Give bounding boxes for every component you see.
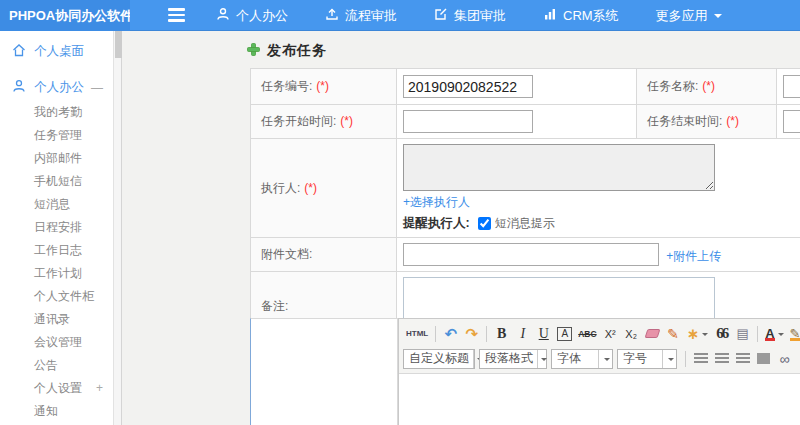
remove-format-eraser-icon[interactable] (645, 324, 660, 343)
sidebar-item-task-management[interactable]: 任务管理 (0, 124, 113, 147)
required-mark: (*) (316, 79, 329, 93)
end-time-label: 任务结束时间:(*) (637, 105, 777, 139)
required-mark: (*) (726, 114, 739, 128)
nav-more-apps[interactable]: 更多应用 (644, 0, 734, 31)
start-time-input[interactable] (403, 110, 533, 133)
sidebar-item-work-plan[interactable]: 工作计划 (0, 262, 113, 285)
home-icon (12, 43, 34, 60)
blockquote-button[interactable]: 66 (714, 324, 729, 343)
sidebar-item-internal-mail[interactable]: 内部邮件 (0, 147, 113, 170)
task-name-label: 任务名称:(*) (637, 69, 777, 105)
remind-executor-label: 提醒执行人: (403, 215, 470, 232)
sidebar-item-contacts[interactable]: 通讯录 (0, 308, 113, 331)
edit-icon (434, 7, 454, 24)
main-content: 发布任务 任务编号:(*) 任务名称:(*) 任务开始时间:(*) 任务结束时间… (122, 31, 800, 425)
sidebar-item-settings[interactable]: 个人设置 + (0, 377, 113, 400)
task-no-input[interactable] (403, 75, 533, 98)
sidebar-item-short-message[interactable]: 短消息 (0, 193, 113, 216)
sidebar-item-sms[interactable]: 手机短信 (0, 170, 113, 193)
undo-icon[interactable]: ↶ (443, 324, 458, 343)
table-row: 任务开始时间:(*) 任务结束时间:(*) (251, 105, 800, 139)
required-mark: (*) (340, 114, 353, 128)
upload-tray-icon (325, 7, 345, 24)
sidebar-scrollbar[interactable] (113, 31, 122, 425)
sidebar-item-work-log[interactable]: 工作日志 (0, 239, 113, 262)
sidebar-item-schedule[interactable]: 日程安排 (0, 216, 113, 239)
sidebar: 个人桌面 个人办公 — 我的考勤 任务管理 内部邮件 手机短信 短消息 日程安排… (0, 31, 113, 425)
bar-chart-icon (543, 7, 563, 24)
attachment-upload-link[interactable]: +附件上传 (666, 249, 721, 263)
link-icon[interactable]: ∞ (777, 349, 792, 368)
align-right-icon[interactable] (735, 349, 750, 368)
heading-style-select[interactable]: 自定义标题 (403, 349, 475, 369)
page-title: 发布任务 (247, 42, 327, 60)
align-justify-icon[interactable] (756, 349, 771, 368)
font-color-button[interactable]: A (765, 324, 783, 343)
editor-label-cell (250, 318, 398, 425)
paste-template-icon[interactable]: ▤ (735, 324, 750, 343)
format-brush-icon[interactable]: ✎ (666, 324, 681, 343)
chevron-down-icon (604, 358, 610, 364)
required-mark: (*) (304, 181, 317, 195)
nav-crm[interactable]: CRM系统 (531, 0, 631, 31)
highlight-color-button[interactable]: ✎ (790, 324, 800, 343)
sidebar-item-file-cabinet[interactable]: 个人文件柜 (0, 285, 113, 308)
sidebar-item-desktop[interactable]: 个人桌面 (0, 38, 113, 65)
start-time-label: 任务开始时间:(*) (251, 105, 397, 139)
redo-icon[interactable]: ↷ (464, 324, 479, 343)
nav-personal-office[interactable]: 个人办公 (204, 0, 300, 31)
plus-icon (247, 43, 260, 59)
collapse-icon[interactable]: — (91, 81, 103, 95)
select-executor-link[interactable]: +选择执行人 (403, 195, 470, 209)
executor-label: 执行人:(*) (251, 139, 397, 238)
table-row: 任务编号:(*) 任务名称:(*) (251, 69, 800, 105)
quick-format-icon[interactable]: ∗ (687, 324, 709, 343)
font-size-select[interactable]: 字号 (617, 349, 677, 369)
bold-button[interactable]: B (494, 324, 509, 343)
align-left-icon[interactable] (693, 349, 708, 368)
nav-group-approval[interactable]: 集团审批 (422, 0, 518, 31)
sms-remind-checkbox[interactable] (478, 217, 491, 230)
sidebar-item-meeting[interactable]: 会议管理 (0, 331, 113, 354)
align-center-icon[interactable] (714, 349, 729, 368)
sidebar-item-announcement[interactable]: 公告 (0, 354, 113, 377)
font-family-select[interactable]: 字体 (551, 349, 613, 369)
nav-process-approval[interactable]: 流程审批 (313, 0, 409, 31)
attachment-label: 附件文档: (251, 238, 397, 272)
sidebar-section-personal-office[interactable]: 个人办公 — (0, 74, 113, 101)
chevron-down-icon (668, 358, 674, 364)
top-nav: 个人办公 流程审批 集团审批 CRM系统 更多应用 (204, 0, 747, 31)
rich-text-editor: HTML ↶ ↷ B I U A ABC X² X₂ ✎ ∗ 66 ▤ (398, 318, 800, 425)
attachment-input[interactable] (403, 243, 659, 266)
person-icon (216, 7, 236, 24)
expand-icon[interactable]: + (96, 377, 103, 400)
chevron-down-icon (714, 14, 722, 22)
html-source-button[interactable]: HTML (406, 324, 428, 343)
superscript-button[interactable]: X² (603, 324, 618, 343)
italic-button[interactable]: I (515, 324, 530, 343)
toolbar-row-2: 自定义标题 段落格式 字体 字号 ∞ ⊘ (403, 346, 800, 371)
app-logo: PHPOA协同办公软件 (0, 0, 130, 31)
paragraph-format-select[interactable]: 段落格式 (479, 349, 547, 369)
table-row: 附件文档: +附件上传 (251, 238, 800, 272)
sidebar-item-notice[interactable]: 通知 (0, 400, 113, 423)
underline-button[interactable]: U (536, 324, 551, 343)
end-time-input[interactable] (783, 110, 800, 133)
editor-toolbar: HTML ↶ ↷ B I U A ABC X² X₂ ✎ ∗ 66 ▤ (399, 319, 800, 374)
font-border-button[interactable]: A (557, 327, 572, 341)
executor-textarea[interactable] (403, 144, 715, 191)
publish-task-form: 任务编号:(*) 任务名称:(*) 任务开始时间:(*) 任务结束时间:(*) … (250, 68, 800, 342)
menu-toggle-icon[interactable] (168, 8, 185, 22)
subscript-button[interactable]: X₂ (624, 324, 639, 343)
task-no-label: 任务编号:(*) (251, 69, 397, 105)
sidebar-item-attendance[interactable]: 我的考勤 (0, 101, 113, 124)
toolbar-row-1: HTML ↶ ↷ B I U A ABC X² X₂ ✎ ∗ 66 ▤ (403, 321, 800, 346)
task-name-input[interactable] (783, 75, 800, 98)
editor-content-area[interactable] (399, 374, 800, 425)
topbar: PHPOA协同办公软件 个人办公 流程审批 集团审批 CRM系统 更多应用 (0, 0, 800, 31)
chevron-down-icon (541, 358, 547, 364)
scrollbar-thumb[interactable] (115, 31, 122, 58)
table-row: 执行人:(*) +选择执行人 提醒执行人: 短消息提示 (251, 139, 800, 238)
editor-row: HTML ↶ ↷ B I U A ABC X² X₂ ✎ ∗ 66 ▤ (250, 318, 800, 425)
strikethrough-button[interactable]: ABC (578, 324, 596, 343)
